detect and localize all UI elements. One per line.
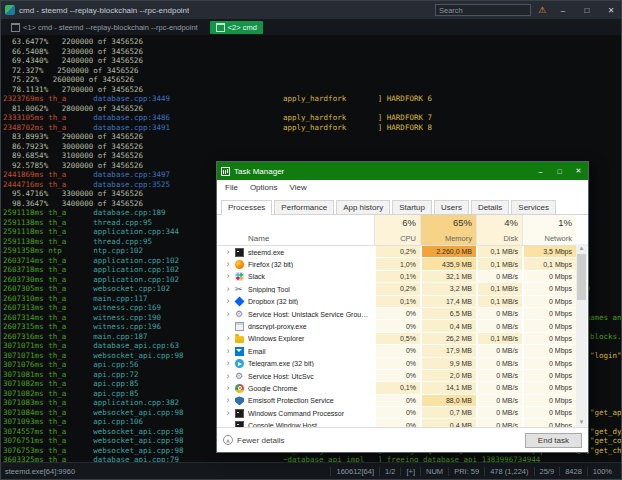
expand-chevron-icon[interactable]: ›	[221, 396, 235, 405]
terminal-line: 75.22% 2600000 of 3456526	[3, 75, 622, 85]
process-row[interactable]: ›steemd.exe0,2%2.260,0 MB0,1 MB/s3,5 Mbp…	[217, 246, 576, 258]
process-row[interactable]: ›Windows Explorer0,5%26,2 MB0,1 MB/s0 Mb…	[217, 333, 576, 345]
process-row[interactable]: ›Service Host: Unistack Service Group (4…	[217, 308, 576, 320]
expand-chevron-icon[interactable]: ›	[221, 384, 235, 393]
tm-close-button[interactable]: ✕	[569, 162, 588, 180]
process-row[interactable]: dnscrypt-proxy.exe0%0,4 MB0 MB/s0 Mbps	[217, 320, 576, 332]
close-button[interactable]: ✕	[601, 1, 621, 19]
network-cell: 0 Mbps	[522, 345, 576, 357]
scissors-icon	[235, 285, 244, 294]
process-name: Dropbox (32 bit)	[248, 298, 374, 305]
footer: ∧ Fewer details End task	[217, 427, 588, 452]
process-row[interactable]: ›Service Host: UtcSvc0%2,0 MB0 MB/s0 Mbp…	[217, 370, 576, 382]
memory-cell: 88,0 MB	[420, 395, 476, 407]
expand-chevron-icon[interactable]: ›	[221, 310, 235, 319]
fewer-details-button[interactable]: ∧ Fewer details	[223, 435, 285, 445]
maximize-button[interactable]: □	[577, 1, 597, 19]
column-label: Network	[527, 234, 572, 243]
expand-chevron-icon[interactable]: ›	[221, 372, 235, 381]
search-input[interactable]	[435, 4, 531, 16]
cpu-cell: 0,2%	[374, 246, 420, 258]
process-name: dnscrypt-proxy.exe	[248, 323, 374, 330]
menu-view[interactable]: View	[283, 183, 312, 192]
mail-icon	[235, 347, 244, 356]
tab-services[interactable]: Services	[511, 200, 556, 214]
console-tab[interactable]: <2> cmd	[210, 21, 263, 34]
expand-chevron-icon[interactable]: ›	[221, 334, 235, 343]
cpu-cell: 0,5%	[374, 333, 420, 345]
terminal-line: 69.4340% 2400000 of 3456526	[3, 56, 622, 66]
memory-cell: 17,9 MB	[420, 345, 476, 357]
tab-startup[interactable]: Startup	[392, 200, 432, 214]
process-name: Emsisoft Protection Service	[248, 397, 374, 404]
task-manager-icon	[221, 167, 230, 176]
menu-file[interactable]: File	[219, 183, 244, 192]
expand-chevron-icon[interactable]: ›	[221, 409, 235, 418]
process-row[interactable]: ›Windows Command Processor0%0,7 MB0 MB/s…	[217, 407, 576, 419]
process-row[interactable]: ›Slack0,1%32,1 MB0 MB/s0 Mbps	[217, 271, 576, 283]
expand-chevron-icon[interactable]: ›	[221, 285, 235, 294]
console-tab-label: <2> cmd	[228, 23, 257, 32]
terminal-line: 63.6477% 2200000 of 3456526	[3, 37, 622, 47]
tab-performance[interactable]: Performance	[274, 200, 334, 214]
expand-chevron-icon[interactable]: ›	[221, 297, 235, 306]
network-cell: 3,5 Mbps	[522, 246, 576, 258]
console-tab[interactable]: <1> cmd - steemd --replay-blockchain --r…	[5, 21, 204, 34]
status-segment: 25/9	[534, 467, 560, 476]
process-row[interactable]: ›Firefox (32 bit)1,0%435,9 MB0,1 MB/s0,1…	[217, 258, 576, 270]
column-header-disk[interactable]: 4%Disk	[476, 215, 522, 245]
cpu-cell: 0%	[374, 407, 420, 419]
column-header-memory[interactable]: 65%Memory	[420, 215, 476, 245]
terminal-line: 2348702ms th_a database.cpp:3491 apply_h…	[3, 123, 622, 133]
process-row[interactable]: ›Dropbox (32 bit)0,1%17,4 MB0,1 MB/s0 Mb…	[217, 296, 576, 308]
expand-chevron-icon[interactable]: ›	[221, 272, 235, 281]
cpu-cell: 0,2%	[374, 283, 420, 295]
terminal-line: 81.0062% 2800000 of 3456526	[3, 104, 622, 114]
task-manager-titlebar[interactable]: Task Manager – □ ✕	[217, 162, 588, 180]
console-tab-label: <1> cmd - steemd --replay-blockchain --r…	[23, 23, 198, 32]
column-total: 4%	[481, 217, 518, 228]
expand-chevron-icon[interactable]: ›	[221, 359, 235, 368]
terminal-line: 89.6854% 3100000 of 3456526	[3, 151, 622, 161]
process-row[interactable]: ›Telegram.exe (32 bit)0%9,9 MB0 MB/s0 Mb…	[217, 358, 576, 370]
column-header-name[interactable]: Name	[221, 234, 374, 245]
menu-options[interactable]: Options	[244, 183, 284, 192]
expand-chevron-icon[interactable]: ›	[221, 248, 235, 257]
disk-cell: 0 MB/s	[476, 308, 522, 320]
titlebar[interactable]: cmd - steemd --replay-blockchain --rpc-e…	[1, 1, 621, 19]
expand-chevron-icon[interactable]: ›	[221, 260, 235, 269]
scrollbar[interactable]: ▲ ▼	[576, 244, 587, 427]
scroll-up-icon[interactable]: ▲	[576, 244, 587, 253]
process-row[interactable]: ›Snipping Tool0,2%3,2 MB0,1 MB/s0 Mbps	[217, 283, 576, 295]
process-name: Service Host: UtcSvc	[248, 373, 374, 380]
scrollbar-thumb[interactable]	[577, 254, 586, 300]
tm-minimize-button[interactable]: –	[531, 162, 550, 180]
scroll-down-icon[interactable]: ▼	[576, 418, 587, 427]
chrome-icon	[235, 384, 244, 393]
status-segment: 8428	[559, 467, 587, 476]
tab-details[interactable]: Details	[471, 200, 509, 214]
notification-icon[interactable]: ⚠	[535, 5, 549, 15]
column-header-network[interactable]: 1%Network	[522, 215, 576, 245]
column-header-cpu[interactable]: 6%CPU	[374, 215, 420, 245]
end-task-button[interactable]: End task	[525, 433, 582, 448]
tm-maximize-button[interactable]: □	[550, 162, 569, 180]
process-row[interactable]: ›Email0%17,9 MB0 MB/s0 Mbps	[217, 345, 576, 357]
minimize-button[interactable]: –	[553, 1, 573, 19]
tab-users[interactable]: Users	[434, 200, 469, 214]
tab-processes[interactable]: Processes	[221, 200, 272, 215]
process-row[interactable]: ›Emsisoft Protection Service0%88,0 MB0 M…	[217, 395, 576, 407]
memory-cell: 3,2 MB	[420, 283, 476, 295]
expand-chevron-icon[interactable]: ›	[221, 347, 235, 356]
network-cell: 0 Mbps	[522, 320, 576, 332]
memory-cell: 0,7 MB	[420, 407, 476, 419]
network-cell: 0 Mbps	[522, 296, 576, 308]
tab-app-history[interactable]: App history	[336, 200, 390, 214]
conemu-window: cmd - steemd --replay-blockchain --rpc-e…	[0, 0, 622, 480]
disk-cell: 0,1 MB/s	[476, 296, 522, 308]
disk-cell: 0 MB/s	[476, 320, 522, 332]
status-segment: PRI: 59	[448, 467, 484, 476]
process-row[interactable]: Console Window Host0%0,4 MB0 MB/s0 Mbps	[217, 419, 576, 427]
gear-icon	[235, 372, 244, 381]
process-row[interactable]: ›Google Chrome0,1%14,1 MB0 MB/s0 Mbps	[217, 382, 576, 394]
